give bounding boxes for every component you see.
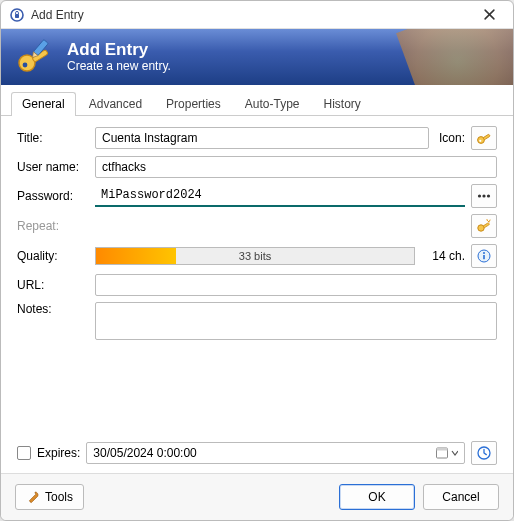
label-title: Title: [17,131,89,145]
calendar-dropdown-icon [436,447,458,459]
key-spark-icon [476,218,492,234]
tools-button[interactable]: Tools [15,484,84,510]
close-icon [484,9,495,20]
lock-icon [9,7,25,23]
cancel-button[interactable]: Cancel [423,484,499,510]
label-password: Password: [17,189,89,203]
expires-date-input[interactable]: 30/05/2024 0:00:00 [86,442,465,464]
dots-icon [477,191,491,201]
generate-password-button[interactable] [471,214,497,238]
add-entry-dialog: Add Entry Add Entry Create a new entry. [0,0,514,521]
quality-info-button[interactable] [471,244,497,268]
svg-point-3 [23,63,28,68]
svg-point-8 [479,140,481,142]
svg-point-11 [482,194,485,197]
titlebar: Add Entry [1,1,513,29]
tab-advanced[interactable]: Advanced [78,92,153,116]
label-username: User name: [17,160,89,174]
svg-rect-9 [483,134,490,140]
info-icon [477,249,491,263]
ok-button[interactable]: OK [339,484,415,510]
wrench-icon [26,490,40,504]
window-title: Add Entry [31,8,473,22]
expires-checkbox[interactable] [17,446,31,460]
key-pencil-icon [15,37,55,77]
tab-strip: General Advanced Properties Auto-Type Hi… [1,85,513,116]
tab-properties[interactable]: Properties [155,92,232,116]
icon-picker-button[interactable] [471,126,497,150]
tab-general[interactable]: General [11,92,76,116]
label-quality: Quality: [17,249,89,263]
label-expires: Expires: [37,446,80,460]
notes-input[interactable] [95,302,497,340]
svg-point-12 [487,194,490,197]
label-url: URL: [17,278,89,292]
tools-label: Tools [45,490,73,504]
svg-rect-16 [483,255,485,259]
title-input[interactable] [95,127,429,149]
clock-icon [476,445,492,461]
label-icon: Icon: [435,131,465,145]
form-general: Title: Icon: User name: Password: Repeat… [1,116,513,437]
banner-subtitle: Create a new entry. [67,59,171,73]
expires-date-value: 30/05/2024 0:00:00 [93,446,196,460]
svg-rect-14 [483,223,490,228]
quality-chars: 14 ch. [421,249,465,263]
close-button[interactable] [473,5,505,25]
banner: Add Entry Create a new entry. [1,29,513,85]
svg-rect-1 [15,14,19,18]
key-icon [476,130,492,146]
tab-autotype[interactable]: Auto-Type [234,92,311,116]
expires-preset-button[interactable] [471,441,497,465]
label-repeat: Repeat: [17,219,89,233]
quality-bits: 33 bits [239,250,271,262]
svg-point-10 [478,194,481,197]
password-input[interactable] [95,185,465,207]
url-input[interactable] [95,274,497,296]
banner-title: Add Entry [67,41,171,60]
quality-fill [96,248,176,264]
svg-rect-19 [437,448,448,451]
quality-bar: 33 bits [95,247,415,265]
tab-history[interactable]: History [312,92,371,116]
dialog-footer: Tools OK Cancel [1,473,513,520]
label-notes: Notes: [17,302,89,316]
username-input[interactable] [95,156,497,178]
svg-point-17 [483,252,485,254]
toggle-password-visibility[interactable] [471,184,497,208]
